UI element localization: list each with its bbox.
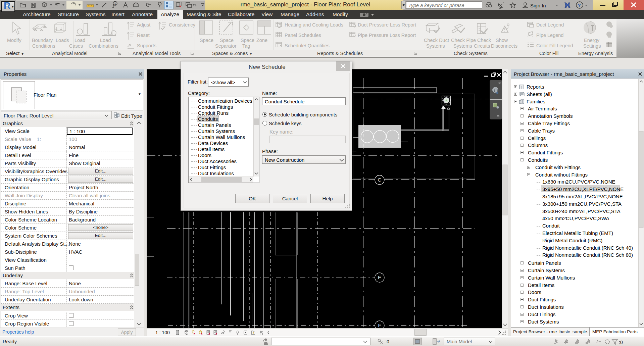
svg-text:?: ? (578, 3, 581, 8)
svg-text:E: E (378, 275, 381, 280)
svg-text:1: 1 (245, 26, 247, 30)
svg-text:Sign In: Sign In (530, 3, 546, 8)
svg-text:C: C (378, 177, 382, 183)
svg-text:F: F (378, 323, 381, 328)
svg-text::0: :0 (619, 340, 623, 345)
svg-text:1: 1 (114, 2, 116, 5)
